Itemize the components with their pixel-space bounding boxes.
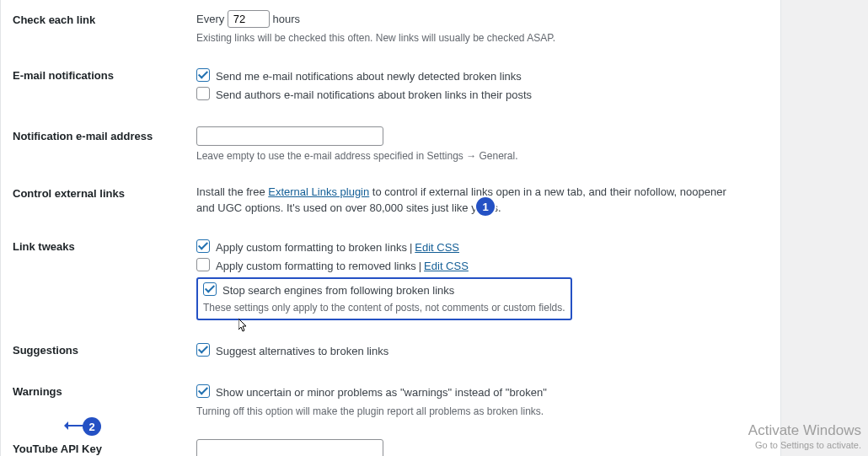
row-label-suggestions: Suggestions bbox=[1, 330, 196, 373]
warnings-option[interactable]: Show uncertain or minor problems as "war… bbox=[196, 384, 772, 401]
email-authors-option[interactable]: Send authors e-mail notifications about … bbox=[196, 87, 772, 104]
row-label-link-tweaks: Link tweaks bbox=[1, 227, 196, 330]
email-authors-checkbox[interactable] bbox=[196, 87, 210, 100]
youtube-api-input[interactable] bbox=[196, 439, 383, 456]
tweak-broken-option[interactable]: Apply custom formatting to broken links|… bbox=[196, 239, 772, 256]
row-label-check-each-link: Check each link bbox=[1, 0, 196, 56]
tweak-removed-checkbox[interactable] bbox=[196, 258, 210, 271]
row-label-email-notifications: E-mail notifications bbox=[1, 56, 196, 116]
suggestions-option[interactable]: Suggest alternatives to broken links bbox=[196, 343, 772, 360]
suggestions-checkbox[interactable] bbox=[196, 343, 210, 357]
notification-email-input[interactable] bbox=[196, 126, 383, 146]
warnings-desc: Turning off this option will make the pl… bbox=[196, 405, 772, 419]
notification-email-desc: Leave empty to use the e-mail address sp… bbox=[196, 149, 772, 164]
check-each-prefix: Every bbox=[196, 13, 224, 25]
edit-css-removed-link[interactable]: Edit CSS bbox=[424, 260, 469, 272]
tweak-seo-highlight-box: Stop search engines from following broke… bbox=[196, 277, 572, 320]
external-links-plugin-link[interactable]: External Links plugin bbox=[268, 185, 369, 198]
edit-css-broken-link[interactable]: Edit CSS bbox=[415, 241, 459, 254]
email-me-checkbox[interactable] bbox=[196, 68, 210, 82]
tweak-seo-option[interactable]: Stop search engines from following broke… bbox=[203, 282, 565, 299]
callout-badge-2: 2 bbox=[83, 417, 101, 436]
check-each-desc: Existing links will be checked this ofte… bbox=[196, 31, 772, 46]
check-each-suffix: hours bbox=[272, 13, 300, 25]
windows-activation-watermark: Activate Windows Go to Settings to activ… bbox=[748, 422, 861, 451]
callout-badge-1: 1 bbox=[476, 197, 495, 216]
tweak-broken-checkbox[interactable] bbox=[196, 239, 210, 253]
tweak-seo-checkbox[interactable] bbox=[203, 282, 217, 296]
callout-arrow-2 bbox=[65, 425, 83, 426]
row-label-control-external: Control external links bbox=[1, 174, 196, 227]
tweak-removed-option[interactable]: Apply custom formatting to removed links… bbox=[196, 258, 772, 275]
control-external-text: Install the free External Links plugin t… bbox=[196, 184, 736, 217]
tweak-desc: These settings only apply to the content… bbox=[203, 301, 565, 315]
email-me-option[interactable]: Send me e-mail notifications about newly… bbox=[196, 68, 772, 85]
row-label-notification-address: Notification e-mail address bbox=[1, 116, 196, 174]
check-interval-input[interactable] bbox=[228, 10, 270, 28]
warnings-checkbox[interactable] bbox=[196, 384, 210, 398]
